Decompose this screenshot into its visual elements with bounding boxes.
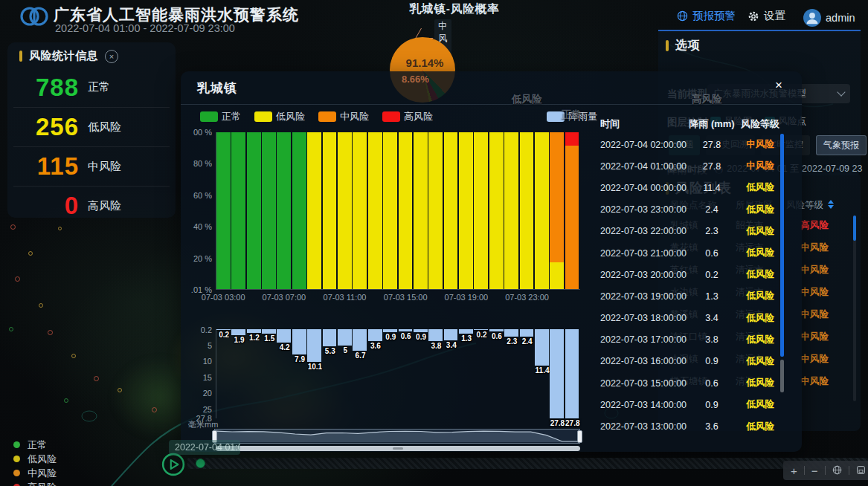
rain-bar-fill xyxy=(489,329,504,331)
cell-rain: 1.3 xyxy=(688,291,736,302)
rain-bar: 0.9 xyxy=(383,329,398,418)
risk-bar-segment xyxy=(504,132,518,289)
risk-bar-segment xyxy=(550,262,564,289)
sort-icon[interactable] xyxy=(828,200,834,209)
modal-table-row: 2022-07-03 16:00:000.9低风险 xyxy=(590,351,780,372)
timeline-current-dot[interactable] xyxy=(196,459,205,468)
rain-bar: 5 xyxy=(338,329,353,418)
timeline-bar[interactable] xyxy=(187,458,868,469)
risk-point-marker xyxy=(94,376,99,381)
rain-bar-label: 5 xyxy=(343,346,347,354)
tab-3[interactable]: 气象预报 xyxy=(816,135,867,155)
datazoom-right-handle[interactable] xyxy=(577,430,582,443)
stat-label: 正常 xyxy=(88,80,110,94)
rain-bar-fill xyxy=(504,329,518,337)
risk-bar xyxy=(353,132,367,289)
legend-label: 正常 xyxy=(222,110,241,123)
modal-table-col-1: 降雨 (mm) xyxy=(688,117,736,131)
modal-table-col-2: 风险等级 xyxy=(736,117,785,131)
risk-point-marker xyxy=(10,224,16,230)
cell-time: 2022-07-03 22:00:00 xyxy=(600,226,688,236)
close-icon[interactable]: × xyxy=(775,78,782,93)
risk-bar-segment xyxy=(277,132,291,289)
screenshot-button[interactable] xyxy=(856,465,866,476)
nav-user[interactable]: admin xyxy=(803,9,855,27)
rain-bar-fill xyxy=(474,329,488,330)
cell-level: 低风险 xyxy=(736,334,785,346)
stat-row: 256低风险 xyxy=(13,107,170,146)
rain-bar: 0.2 xyxy=(474,329,489,418)
datazoom-slider[interactable] xyxy=(214,429,580,444)
legend-swatch xyxy=(318,111,336,122)
y-tick-label: 20 xyxy=(203,389,212,398)
rain-bar-label: 2.3 xyxy=(507,337,517,346)
close-icon[interactable]: × xyxy=(105,50,118,63)
stat-row: 0高风险 xyxy=(13,186,170,225)
legend-dot xyxy=(13,456,20,462)
stat-value: 256 xyxy=(22,113,79,141)
nav-forecast[interactable]: 预报预警 xyxy=(677,9,736,23)
zoom-in-button[interactable]: + xyxy=(791,465,797,476)
cell-time: 2022-07-04 02:00:00 xyxy=(600,140,688,150)
risk-bar-segment xyxy=(338,132,352,289)
rain-bar-fill xyxy=(565,329,579,418)
risk-bar xyxy=(292,132,307,289)
stat-value: 788 xyxy=(22,74,79,102)
rain-bar: 1.9 xyxy=(231,329,246,418)
nav-settings[interactable]: 设置 xyxy=(748,9,785,23)
rain-bars: 0.21.91.21.54.27.910.15.356.73.60.90.60.… xyxy=(216,329,580,418)
rain-bar-fill xyxy=(383,329,397,332)
chevron-down-icon xyxy=(837,88,845,96)
risk-list-scrollbar[interactable] xyxy=(853,216,856,241)
rain-bar-label: 1.3 xyxy=(461,334,472,343)
zoom-out-button[interactable]: − xyxy=(811,465,818,476)
cell-level: 低风险 xyxy=(736,268,785,281)
risk-bar xyxy=(428,132,443,289)
legend-item: 低风险 xyxy=(254,110,305,123)
y-tick-label: 60 % xyxy=(193,191,212,200)
rain-bar: 2.3 xyxy=(504,329,519,418)
user-name: admin xyxy=(826,12,855,24)
rain-bar: 10.1 xyxy=(307,329,322,418)
cell-rain: 27.8 xyxy=(688,140,736,150)
modal-table-row: 2022-07-03 18:00:003.4低风险 xyxy=(590,308,780,329)
rain-bar-fill xyxy=(216,329,231,330)
play-icon xyxy=(161,453,185,476)
rain-bar: 27.8 xyxy=(550,329,565,418)
risk-bar xyxy=(535,132,550,289)
cell-rain: 0.6 xyxy=(688,378,736,389)
rain-bar-fill xyxy=(399,329,413,331)
pie-ghost-label: 低风险 xyxy=(512,93,542,106)
risk-bar-segment xyxy=(474,132,488,289)
play-button[interactable] xyxy=(161,453,185,479)
risk-bar-segment xyxy=(565,146,579,289)
y-tick-label: 15 xyxy=(203,373,212,382)
modal-table-rows: 2022-07-04 02:00:0027.8中风险2022-07-04 01:… xyxy=(590,134,780,438)
rain-bar-label: 0.9 xyxy=(385,333,396,341)
rain-bar-label: 6.7 xyxy=(356,351,366,360)
basemap-globe-button[interactable] xyxy=(832,465,842,476)
horizontal-scrollbar[interactable] xyxy=(216,446,580,451)
risk-bar-segment xyxy=(323,132,337,289)
cell-rain: 3.8 xyxy=(688,334,736,345)
modal-title: 乳城镇 xyxy=(197,80,237,97)
rain-bar-fill xyxy=(277,329,291,343)
rain-bar-label: 1.5 xyxy=(264,334,274,343)
rain-bar-label: 0.6 xyxy=(401,332,411,340)
rain-bar: 3.8 xyxy=(428,329,443,418)
modal-table-scrollbar[interactable] xyxy=(780,134,784,357)
map-controls: + − xyxy=(783,461,868,480)
header-date-range: 2022-07-04 01:00 - 2022-07-09 23:00 xyxy=(55,22,235,34)
rain-bar-label: 1.9 xyxy=(234,336,245,344)
divider xyxy=(825,466,826,475)
legend-item: 正常 xyxy=(200,110,241,123)
modal-table-header: 时间降雨 (mm)风险等级 xyxy=(590,114,780,134)
stat-label: 中风险 xyxy=(88,160,121,174)
risk-bar-segment xyxy=(353,132,367,289)
modal-table-row: 2022-07-04 00:00:0011.4低风险 xyxy=(590,177,780,198)
rain-bar: 0.6 xyxy=(489,329,504,418)
rain-bar-fill xyxy=(292,329,306,354)
rain-bar-fill xyxy=(307,329,321,362)
modal-table-row: 2022-07-03 14:00:000.9低风险 xyxy=(590,394,780,415)
cell-time: 2022-07-03 18:00:00 xyxy=(600,313,688,323)
